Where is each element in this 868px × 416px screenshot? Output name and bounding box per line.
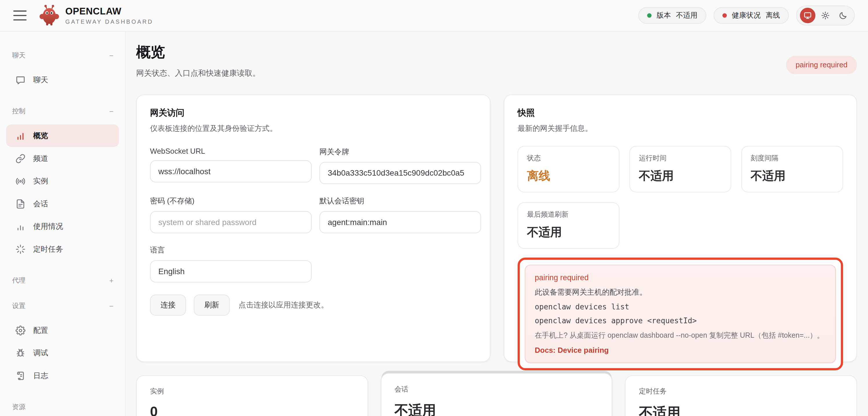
health-badge-value: 离线 — [766, 10, 780, 20]
app-subtitle: GATEWAY DASHBOARD — [65, 18, 153, 25]
sidebar-item-config[interactable]: 配置 — [6, 319, 119, 342]
stat-value: 不适用 — [395, 401, 599, 416]
tile-value: 不适用 — [750, 168, 834, 184]
tile-label: 刻度间隔 — [750, 154, 834, 163]
sun-icon — [821, 11, 830, 20]
password-label: 密码 (不存储) — [150, 196, 312, 206]
session-key-label: 默认会话密钥 — [319, 196, 481, 206]
top-header: OPENCLAW GATEWAY DASHBOARD 版本 不适用 健康状况 离… — [0, 0, 868, 32]
ws-url-input[interactable] — [150, 160, 312, 182]
sidebar-item-cron[interactable]: 定时任务 — [6, 238, 119, 260]
tile-label: 最后频道刷新 — [527, 210, 610, 219]
ws-url-label: WebSocket URL — [150, 147, 312, 155]
cron-stat-card: 定时任务 不适用 — [625, 375, 857, 416]
sidebar-item-chat[interactable]: 聊天 — [6, 68, 119, 91]
app-title: OPENCLAW — [65, 6, 153, 17]
snapshot-card-subtitle: 最新的网关握手信息。 — [518, 124, 843, 134]
stat-value: 0 — [150, 404, 354, 416]
gateway-card-subtitle: 仪表板连接的位置及其身份验证方式。 — [150, 124, 476, 134]
refresh-button[interactable]: 刷新 — [194, 295, 230, 316]
sidebar-item-label: 配置 — [33, 325, 48, 335]
sidebar-section-control: 控制 − 概览 — [6, 105, 119, 260]
tile-label: 运行时间 — [639, 154, 722, 163]
page-title: 概览 — [136, 42, 857, 62]
instances-stat-card: 实例 0 — [136, 375, 368, 416]
theme-light-button[interactable] — [818, 8, 833, 24]
cli-command-approve: openclaw devices approve <requestId> — [535, 316, 826, 325]
sidebar-section-settings: 设置 − 配置 — [6, 300, 119, 387]
sidebar-item-logs[interactable]: 日志 — [6, 364, 119, 387]
language-select[interactable] — [150, 260, 312, 282]
sidebar-item-label: 实例 — [33, 176, 48, 186]
sidebar-item-label: 频道 — [33, 153, 48, 163]
cli-command-list: openclaw devices list — [535, 303, 826, 311]
brand: OPENCLAW GATEWAY DASHBOARD — [39, 4, 153, 27]
sidebar-section-chat: 聊天 − 聊天 — [6, 50, 119, 91]
sidebar-item-label: 概览 — [33, 131, 48, 140]
section-toggle-agents[interactable]: + — [110, 276, 114, 284]
gateway-card-title: 网关访问 — [150, 107, 476, 119]
last-channel-refresh-tile: 最后频道刷新 不适用 — [518, 202, 619, 249]
password-input[interactable] — [150, 211, 312, 234]
docs-device-pairing-link[interactable]: Docs: Device pairing — [535, 346, 609, 354]
snapshot-card: 快照 最新的网关握手信息。 状态 离线 运行时间 不适用 刻度间隔 — [504, 95, 857, 362]
tile-value-offline: 离线 — [527, 168, 610, 184]
stat-label: 定时任务 — [639, 387, 843, 396]
health-badge-label: 健康状况 — [732, 10, 761, 20]
sessions-stat-card: 会话 不适用 — [381, 373, 613, 416]
sidebar-item-label: 会话 — [33, 199, 48, 209]
section-toggle-settings[interactable]: − — [110, 302, 114, 310]
pairing-required-badge: pairing required — [786, 56, 857, 74]
tile-value: 不适用 — [527, 224, 610, 240]
stat-label: 实例 — [150, 387, 354, 396]
broadcast-icon — [16, 176, 26, 186]
stat-label: 会话 — [395, 385, 599, 394]
sidebar-section-agents: 代理 + — [6, 275, 119, 286]
sidebar-item-label: 定时任务 — [33, 244, 63, 254]
version-badge: 版本 不适用 — [638, 7, 706, 24]
tile-value: 不适用 — [639, 168, 722, 184]
scroll-icon — [16, 371, 26, 380]
sidebar-item-debug[interactable]: 调试 — [6, 342, 119, 364]
section-label-control: 控制 — [12, 106, 26, 116]
moon-icon — [839, 11, 848, 20]
session-key-input[interactable] — [319, 211, 481, 234]
section-toggle-chat[interactable]: − — [110, 51, 114, 60]
section-toggle-control[interactable]: − — [110, 107, 114, 115]
sidebar-item-label: 调试 — [33, 348, 48, 358]
tile-label: 状态 — [527, 154, 610, 163]
hamburger-menu-icon[interactable] — [13, 10, 27, 20]
version-badge-value: 不适用 — [676, 10, 698, 20]
status-tile: 状态 离线 — [518, 146, 619, 193]
section-label-settings: 设置 — [12, 301, 26, 311]
connect-button[interactable]: 连接 — [150, 295, 186, 316]
theme-dark-button[interactable] — [835, 8, 851, 24]
section-label-agents: 代理 — [12, 276, 26, 285]
gateway-access-card: 网关访问 仪表板连接的位置及其身份验证方式。 WebSocket URL 网关令… — [136, 95, 490, 362]
connect-helper-text: 点击连接以应用连接更改。 — [239, 300, 329, 310]
app-canvas: OPENCLAW GATEWAY DASHBOARD 版本 不适用 健康状况 离… — [0, 0, 868, 416]
pairing-alert: pairing required 此设备需要网关主机的配对批准。 opencla… — [518, 258, 843, 370]
pairing-alert-title: pairing required — [535, 273, 826, 282]
chat-bubble-icon — [16, 75, 26, 84]
section-label-resources: 资源 — [12, 402, 26, 412]
health-badge: 健康状况 离线 — [713, 7, 789, 24]
theme-system-button[interactable] — [800, 8, 816, 24]
token-label: 网关令牌 — [319, 147, 481, 157]
page-subtitle: 网关状态、入口点和快速健康读取。 — [136, 68, 857, 78]
sidebar-item-instances[interactable]: 实例 — [6, 170, 119, 192]
gateway-token-input[interactable] — [319, 162, 481, 184]
sidebar-item-sessions[interactable]: 会话 — [6, 193, 119, 215]
section-label-chat: 聊天 — [12, 50, 26, 60]
sidebar-item-usage[interactable]: 使用情况 — [6, 215, 119, 238]
sidebar-item-overview[interactable]: 概览 — [6, 124, 119, 147]
link-icon — [16, 153, 26, 163]
gear-icon — [16, 325, 26, 335]
pairing-alert-description: 此设备需要网关主机的配对批准。 — [535, 287, 826, 297]
sidebar-item-label: 使用情况 — [33, 221, 63, 231]
language-label: 语言 — [150, 245, 312, 255]
sidebar-section-resources: 资源 — [6, 401, 119, 412]
bar-chart-icon — [16, 131, 26, 140]
crab-logo-icon — [39, 4, 60, 27]
sidebar-item-channels[interactable]: 频道 — [6, 147, 119, 170]
